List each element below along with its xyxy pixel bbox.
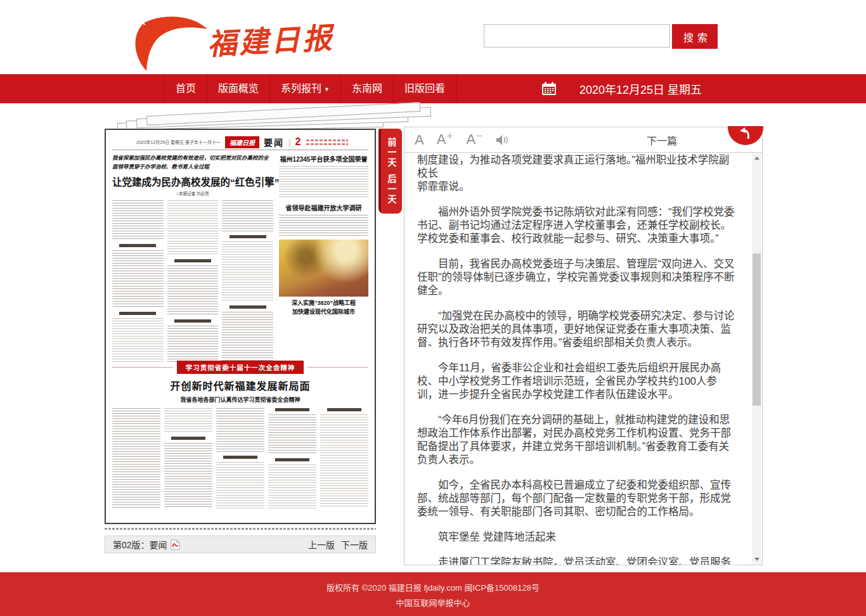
- speaker-read-aloud-icon[interactable]: [496, 134, 510, 146]
- search-input[interactable]: [484, 24, 670, 48]
- scrollbar-down-arrow[interactable]: [752, 555, 761, 564]
- logo-text: 福建日报: [206, 15, 335, 63]
- article-paragraph: 今年11月，省委非公企业和社会组织工委先后组织开展民办高校、中小学校党务工作者培…: [417, 361, 735, 401]
- previous-day-button[interactable]: 前一天: [386, 138, 397, 168]
- article-reading-panel: A A＋ A－ 下一篇 制度建设，为推动各项党建要求真正运行落地。”福州职业技术…: [404, 127, 763, 565]
- next-page-button[interactable]: 下一版: [341, 538, 368, 551]
- paper-logo: 福建日报: [225, 136, 259, 148]
- article-paragraph: 目前，我省民办高校党委班子与决策层、管理层“双向进入、交叉任职”的领导体制已逐步…: [417, 257, 735, 297]
- photo-headline-line1[interactable]: 深入实施“3820”战略工程: [279, 299, 368, 308]
- date-display: 2020年12月25日 星期五: [541, 74, 702, 103]
- scrollbar-thumb[interactable]: [753, 253, 761, 406]
- photo-headline-line2[interactable]: 加快建设现代化国际城市: [279, 308, 368, 317]
- article-text-block: [279, 215, 368, 236]
- font-size-increase-button[interactable]: A＋: [437, 132, 454, 146]
- site-header: 福建日报 搜索: [0, 0, 866, 74]
- headline-right-2[interactable]: 省领导赴福建开放大学调研: [279, 203, 368, 212]
- article-paragraph: 走进厦门工学院友敏书院，党员活动室、党团会议室、党员服务基地、先锋学习角等功能区…: [417, 556, 735, 565]
- article-paragraph: “今年6月份我们在充分调研的基础上，就推动构建党的建设和思想政治工作体系作出部署…: [417, 413, 735, 466]
- current-date: 2020年12月25日 星期五: [579, 80, 702, 97]
- autumn-photo: [279, 240, 368, 297]
- paper-editor-info: [306, 139, 348, 145]
- search-button[interactable]: 搜索: [672, 24, 718, 49]
- article-paragraph: 如今，全省民办本科高校已普遍成立了纪委和党委组织部、宣传部、统战部等部门，每个部…: [417, 478, 735, 518]
- next-day-button[interactable]: 后一天: [386, 174, 397, 205]
- article-paragraph-clipped: 制度建设，为推动各项党建要求真正运行落地。”福州职业技术学院副校长郭霏霏说。: [417, 153, 735, 193]
- site-logo[interactable]: 福建日报: [126, 6, 335, 68]
- headline-main[interactable]: 让党建成为民办高校发展的“红色引擎”: [112, 174, 273, 188]
- paper-masthead: 2020年12月25日 星期五 庚子年十一月十一 福建日报 要闻 | 2: [112, 136, 368, 150]
- logo-swoosh-icon: [126, 13, 209, 74]
- curved-arrow-icon: [738, 127, 753, 142]
- nav-item-series-papers[interactable]: 系列报刊▼: [269, 74, 340, 103]
- theme-banner: 学习贯彻省委十届十一次全会精神: [177, 361, 304, 374]
- main-nav: 首页 版面概览 系列报刊▼ 东南网 旧版回看 2020年12月25日 星期五: [0, 74, 866, 103]
- copyright-line: 版权所有 ©2020 福建日报 fjdaily.com 闽ICP备1500812…: [0, 581, 866, 596]
- article-text-block: [279, 166, 368, 199]
- previous-page-button[interactable]: 上一版: [308, 538, 335, 551]
- calendar-icon: [541, 82, 557, 96]
- font-size-normal-button[interactable]: A: [415, 133, 424, 147]
- nav-item-home[interactable]: 首页: [164, 74, 207, 103]
- newspaper-page-thumbnail[interactable]: 2020年12月25日 星期五 庚子年十一月十一 福建日报 要闻 | 2 我省探…: [105, 129, 376, 524]
- article-toolbar: A A＋ A－ 下一篇: [404, 127, 762, 153]
- scrollbar-up-arrow[interactable]: [752, 153, 761, 163]
- font-size-decrease-button[interactable]: A－: [466, 132, 483, 146]
- nav-item-layout-overview[interactable]: 版面概览: [207, 74, 269, 103]
- site-footer: 版权所有 ©2020 福建日报 fjdaily.com 闽ICP备1500812…: [0, 572, 866, 616]
- chevron-down-icon: ▼: [324, 75, 330, 104]
- paper-section-name: 要闻: [264, 136, 284, 148]
- subhead-bottom: 我省各地各部门认真传达学习贯彻省委全会精神: [112, 395, 368, 404]
- nav-item-old-edition[interactable]: 旧版回看: [393, 74, 456, 103]
- article-scrollbar[interactable]: [752, 153, 761, 564]
- article-paragraph: 福州外语外贸学院党委书记陈炳钦对此深有同感：“我们学校党委书记、副书记均通过法定…: [417, 205, 735, 245]
- bottom-text-columns: [112, 408, 368, 515]
- next-article-button[interactable]: 下一篇: [647, 132, 677, 148]
- article-text-columns: [112, 200, 273, 363]
- report-center-link[interactable]: 中国互联网举报中心: [0, 596, 866, 611]
- page-label: 第02版：要闻: [113, 538, 167, 551]
- page-info-bar: 第02版：要闻 上一版 下一版: [105, 536, 376, 553]
- paper-page-number: 2: [295, 136, 301, 148]
- nav-item-southeast-net[interactable]: 东南网: [340, 74, 393, 103]
- pdf-icon[interactable]: [171, 539, 180, 550]
- search-bar: 搜索: [484, 24, 718, 49]
- lead-paragraph: 我省探索加强民办高校党建的有效途径，切实把党对民办高校的全面领导贯穿于办学治校、…: [112, 154, 273, 171]
- article-text-area[interactable]: 制度建设，为推动各项党建要求真正运行落地。”福州职业技术学院副校长郭霏霏说。 福…: [404, 153, 752, 565]
- byline: □本报记者 刘必然: [112, 190, 273, 196]
- article-paragraph: “加强党在民办高校中的领导，明确学校党委研究决定、参与讨论研究以及政治把关的具体…: [417, 309, 735, 349]
- article-paragraph: 筑牢堡垒 党建阵地活起来: [417, 530, 735, 544]
- paper-footnote-line: [105, 528, 376, 530]
- nav-items: 首页 版面概览 系列报刊▼ 东南网 旧版回看: [164, 74, 456, 103]
- masthead-divider: |: [288, 138, 290, 147]
- day-navigation-ribbon: 前一天 后一天: [378, 129, 402, 214]
- paper-date-line: 2020年12月25日 星期五 庚子年十一月十一: [136, 139, 221, 145]
- headline-bottom[interactable]: 开创新时代新福建发展新局面: [112, 378, 368, 393]
- headline-right-1[interactable]: 福州12345平台获多项全国荣誉: [279, 154, 368, 164]
